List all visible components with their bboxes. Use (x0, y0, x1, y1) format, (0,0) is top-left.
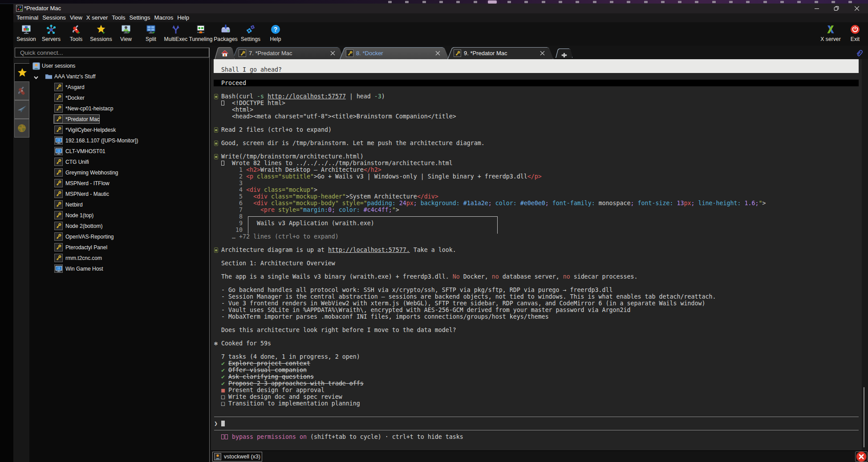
tree-root-user-sessions[interactable]: User sessions (29, 61, 209, 70)
taskbar-app-icon[interactable] (627, 1, 630, 3)
taskbar-app-icon[interactable] (695, 1, 698, 3)
taskbar-app-icon[interactable] (763, 1, 767, 3)
taskbar-app-icon[interactable] (576, 1, 579, 3)
toolbar-view-button[interactable]: View (114, 24, 138, 45)
taskbar-app-icon[interactable] (474, 1, 477, 3)
taskbar-app-icon[interactable] (559, 1, 562, 3)
tab-close-icon[interactable] (539, 50, 545, 57)
taskbar-app-icon[interactable] (661, 1, 665, 3)
toolbar-exit-button[interactable]: Exit (843, 24, 867, 45)
sidebar-tab-sessions[interactable] (14, 63, 30, 82)
tree-item-pterodactyl-panel[interactable]: Pterodactyl Panel (29, 243, 209, 252)
menu-sessions[interactable]: Sessions (42, 13, 66, 22)
taskbar-app-icon[interactable] (729, 1, 733, 3)
tree-item-new-cp01-heistacp[interactable]: *New-cp01-heistacp (29, 104, 209, 113)
tree-item-vigilcyber-helpdesk[interactable]: *VigilCyber-Helpdesk (29, 126, 209, 134)
scrollbar-thumb[interactable] (864, 387, 864, 447)
chevron-down-icon[interactable] (33, 75, 39, 79)
terminal-text-segment: <div (253, 200, 268, 207)
taskbar-app-icon[interactable] (422, 1, 426, 3)
toolbar-multiexec-button[interactable]: MultiExec (164, 24, 188, 45)
taskbar-app-icon[interactable] (712, 1, 716, 3)
sidebar-tab-macros[interactable] (14, 100, 29, 119)
toolbar-help-button[interactable]: ?Help (264, 24, 288, 45)
taskbar-app-icon[interactable] (593, 1, 596, 3)
toolbar-split-button[interactable]: Split (139, 24, 163, 45)
menu-settings[interactable]: Settings (130, 13, 150, 22)
minimize-button[interactable] (810, 4, 823, 13)
menu-view[interactable]: View (70, 13, 82, 22)
taskbar-app-icon[interactable] (848, 1, 852, 3)
terminal-text-segment (214, 360, 221, 367)
taskbar-app-icon[interactable] (644, 1, 648, 3)
tree-item-asgard[interactable]: *Asgard (29, 83, 209, 92)
tab-7-predator-mac[interactable]: 7. *Predator Mac (232, 47, 344, 59)
taskbar-app-icon[interactable] (456, 1, 460, 3)
terminal-text-segment: 9 (214, 220, 243, 227)
tab-close-icon[interactable] (329, 50, 336, 57)
sidebar-splitter[interactable] (209, 48, 210, 462)
tree-item-mspnerd-itflow[interactable]: MSPNerd - ITFlow (29, 179, 209, 188)
window-titlebar[interactable]: >_ *Predator Mac (13, 4, 868, 13)
toolbar-settings-button[interactable]: Settings (239, 24, 263, 45)
taskbar-app-icon[interactable] (815, 1, 818, 3)
tree-item-netbird[interactable]: Netbird (29, 200, 209, 209)
taskbar-app-icon[interactable] (388, 1, 392, 3)
tree-folder-aaa-vantz-s-stuff[interactable]: AAA Vantz's Stuff (29, 72, 209, 81)
tree-item-ctg-unifi[interactable]: CTG Unifi (29, 158, 209, 166)
terminal[interactable]: Shall I go ahead? ProceedBash(curl -s ht… (211, 59, 862, 450)
menu-help[interactable]: Help (177, 13, 189, 22)
tab-8-docker[interactable]: 8. *Docker (340, 47, 449, 59)
window-title: *Predator Mac (24, 5, 61, 12)
taskbar-app-icon[interactable] (524, 1, 528, 3)
terminal-text-segment: > (346, 193, 349, 200)
tree-item-rmm-t2cnc-com[interactable]: rmm.t2cnc.com (29, 254, 209, 263)
toolbar-servers-button[interactable]: Servers (39, 24, 63, 45)
sidebar-tab-network[interactable] (14, 119, 29, 138)
toolbar-packages-button[interactable]: Packages (214, 24, 238, 45)
taskbar-app-icon[interactable] (488, 0, 497, 4)
tree-item-predator-mac[interactable]: *Predator Mac (29, 115, 209, 124)
terminate-button[interactable] (855, 451, 868, 462)
tree-item-greyming-webhosting[interactable]: Greyming Webhosting (29, 168, 209, 177)
toolbar-label: Settings (239, 36, 263, 42)
taskbar-app-icon[interactable] (507, 1, 511, 3)
taskbar-app-icon[interactable] (405, 1, 409, 3)
tree-item-mspnerd-mautic[interactable]: MSPNerd - Mautic (29, 190, 209, 199)
tree-item-node-2-bottom[interactable]: Node 2(bottom) (29, 222, 209, 231)
toolbar-tools-button[interactable]: Tools (64, 24, 88, 45)
tree-item-node-1-top[interactable]: Node 1(top) (29, 211, 209, 220)
tree-item-win-game-host[interactable]: Win Game Host (29, 264, 209, 273)
taskbar-app-icon[interactable] (678, 1, 681, 3)
tree-item-openvas-reporting[interactable]: OpenVAS-Reporting (29, 232, 209, 241)
tree-item-192-168-1-107-ups-monitor[interactable]: 192.168.1.107 ([UPS-Monitor]) (29, 136, 209, 145)
toolbar-x-server-button[interactable]: X server (819, 24, 843, 45)
toolbar-tunneling-button[interactable]: Tunneling (189, 24, 213, 45)
tab-home[interactable] (215, 47, 235, 59)
menu-macros[interactable]: Macros (154, 13, 174, 22)
taskbar-app-icon[interactable] (831, 1, 835, 3)
restore-button[interactable] (830, 4, 843, 13)
menu-tools[interactable]: Tools (112, 13, 125, 22)
taskbar-app-icon[interactable] (780, 1, 784, 3)
sidebar-tab-tools[interactable] (14, 81, 29, 100)
tree-item-docker[interactable]: *Docker (29, 93, 209, 102)
paperclip-icon[interactable] (855, 49, 864, 58)
quick-connect-input[interactable] (15, 48, 209, 57)
tab-9-predator-mac[interactable]: 9. *Predator Mac (447, 47, 553, 59)
tree-item-clt-vmhost01[interactable]: CLT-VMHOST01 (29, 147, 209, 156)
toolbar-session-button[interactable]: Session (14, 24, 38, 45)
menu-terminal[interactable]: Terminal (16, 13, 38, 22)
tab-close-icon[interactable] (434, 50, 441, 57)
new-tab-button[interactable] (556, 49, 572, 58)
toolbar-sessions-button[interactable]: Sessions (89, 24, 113, 45)
taskbar-app-icon[interactable] (746, 1, 750, 3)
taskbar-app-icon[interactable] (439, 1, 443, 3)
session-user-button[interactable]: vstockwell (x3) (212, 452, 262, 462)
terminal-scrollbar[interactable] (862, 59, 868, 450)
taskbar-app-icon[interactable] (542, 1, 545, 3)
taskbar-app-icon[interactable] (797, 1, 801, 3)
taskbar-app-icon[interactable] (610, 1, 613, 3)
menu-x-server[interactable]: X server (86, 13, 108, 22)
close-button[interactable] (850, 4, 864, 13)
